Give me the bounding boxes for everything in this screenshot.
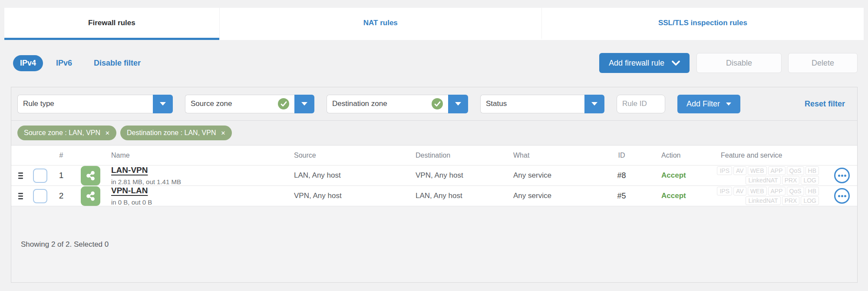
filter-dropdown-value[interactable]: Status <box>480 95 584 113</box>
feature-badges: IPSAVWEBAPPQoSHB LinkedNATPRXLOG <box>696 186 827 206</box>
reset-filter-link[interactable]: Reset filter <box>805 99 845 109</box>
feature-badge: AV <box>733 166 746 175</box>
filter-dropdown-status[interactable]: Status <box>480 95 604 113</box>
tab-firewall-rules[interactable]: Firewall rules <box>4 8 219 40</box>
tab-bar: Firewall rules NAT rules SSL/TLS inspect… <box>4 8 864 40</box>
rule-id: #8 <box>597 171 647 180</box>
rule-action: Accept <box>647 171 696 180</box>
share-icon[interactable] <box>81 166 100 185</box>
rule-destination: LAN, Any host <box>412 192 510 200</box>
rule-name-cell: VPN-LAN in 0 B, out 0 B <box>100 186 290 206</box>
header-feature-and-service: Feature and service <box>696 152 827 159</box>
row-menu-cell <box>827 168 857 183</box>
feature-badge: QoS <box>787 187 804 195</box>
feature-badges-line-1: IPSAVWEBAPPQoSHB <box>696 187 819 195</box>
feature-badges-line-1: IPSAVWEBAPPQoSHB <box>696 166 819 175</box>
add-filter-label: Add Filter <box>686 99 720 109</box>
ipv6-toggle[interactable]: IPv6 <box>56 59 72 68</box>
share-icon[interactable] <box>81 186 100 206</box>
header-name: Name <box>100 152 290 159</box>
row-number: 1 <box>50 171 72 180</box>
drag-handle[interactable] <box>11 193 30 199</box>
drag-handle-icon <box>18 193 23 199</box>
tab-nat-rules[interactable]: NAT rules <box>219 8 541 40</box>
filter-chip-label: Source zone : LAN, VPN <box>24 129 100 137</box>
rule-name-cell: LAN-VPN in 2.81 MB, out 1.41 MB <box>100 165 290 185</box>
filter-dropdown-rule-type[interactable]: Rule type <box>17 95 173 113</box>
row-number: 2 <box>50 191 72 201</box>
add-firewall-rule-label: Add firewall rule <box>609 59 664 68</box>
rule-id-input[interactable] <box>617 95 665 113</box>
drag-handle[interactable] <box>11 172 30 179</box>
feature-badges-line-2: LinkedNATPRXLOG <box>696 196 819 205</box>
rule-name-link[interactable]: LAN-VPN <box>111 165 148 175</box>
feature-badge: HB <box>805 166 819 175</box>
row-icon-cell <box>72 166 100 185</box>
table-row: 1 LAN-VPN in 2.81 MB, out 1.41 MB LAN, A… <box>11 165 857 186</box>
caret-down-icon <box>301 102 307 106</box>
showing-summary: Showing 2 of 2. Selected 0 <box>21 240 109 249</box>
feature-badge: PRX <box>782 176 800 185</box>
header-id: ID <box>597 152 647 159</box>
firewall-rules-panel: Rule type Source zone Destination zone <box>11 87 858 283</box>
header-action: Action <box>647 152 696 159</box>
filter-dropdown-button[interactable] <box>294 95 314 113</box>
filter-dropdown-button[interactable] <box>448 95 468 113</box>
row-checkbox[interactable] <box>33 189 47 203</box>
feature-badge: LOG <box>801 196 819 205</box>
filter-dropdown-label: Destination zone <box>332 99 428 108</box>
chevron-down-icon <box>672 60 680 66</box>
add-filter-button[interactable]: Add Filter <box>677 95 740 113</box>
disable-button[interactable]: Disable <box>696 53 782 73</box>
filter-chip: Destination zone : LAN, VPN ✕ <box>120 126 232 140</box>
rule-name-link[interactable]: VPN-LAN <box>111 186 148 195</box>
feature-badge: IPS <box>717 187 732 195</box>
header-number: # <box>50 152 72 159</box>
feature-badge: QoS <box>787 166 804 175</box>
rule-source: VPN, Any host <box>290 192 412 200</box>
row-menu-cell <box>827 188 857 204</box>
feature-badge: LinkedNAT <box>746 176 780 185</box>
filter-chip-label: Destination zone : LAN, VPN <box>127 129 216 137</box>
active-filter-chips: Source zone : LAN, VPN ✕ Destination zon… <box>11 121 857 146</box>
feature-badge: WEB <box>748 187 767 195</box>
more-options-icon[interactable] <box>834 168 850 183</box>
rule-what: Any service <box>510 192 597 200</box>
more-options-icon[interactable] <box>834 188 850 204</box>
row-checkbox-cell <box>30 189 50 203</box>
filter-dropdown-label: Rule type <box>23 99 148 108</box>
caret-down-icon <box>726 103 731 106</box>
feature-badge: HB <box>805 187 819 195</box>
delete-button[interactable]: Delete <box>788 53 858 73</box>
table-row: 2 VPN-LAN in 0 B, out 0 B VPN, Any host … <box>11 186 857 206</box>
close-icon[interactable]: ✕ <box>221 130 225 136</box>
row-checkbox[interactable] <box>33 169 47 183</box>
feature-badge: LOG <box>801 176 819 185</box>
ipv4-toggle[interactable]: IPv4 <box>13 55 43 71</box>
feature-badges-line-2: LinkedNATPRXLOG <box>696 176 819 185</box>
tab-ssl-tls-inspection-rules[interactable]: SSL/TLS inspection rules <box>541 8 864 40</box>
feature-badge: WEB <box>748 166 767 175</box>
feature-badges: IPSAVWEBAPPQoSHB LinkedNATPRXLOG <box>696 165 827 185</box>
filter-dropdown-destination-zone[interactable]: Destination zone <box>327 95 468 113</box>
filter-dropdown-value[interactable]: Source zone <box>185 95 294 113</box>
disable-filter-link[interactable]: Disable filter <box>94 59 141 68</box>
filter-dropdown-button[interactable] <box>584 95 604 113</box>
filter-dropdown-label: Status <box>486 99 579 108</box>
filter-dropdown-button[interactable] <box>153 95 173 113</box>
rule-action: Accept <box>647 192 696 200</box>
table-header-row: # Name Source Destination What ID Action… <box>11 146 857 165</box>
filter-dropdown-value[interactable]: Rule type <box>17 95 153 113</box>
filter-dropdown-value[interactable]: Destination zone <box>327 95 448 113</box>
check-circle-icon <box>278 98 289 109</box>
caret-down-icon <box>455 102 461 106</box>
filter-chip: Source zone : LAN, VPN ✕ <box>17 126 116 140</box>
table-body: 1 LAN-VPN in 2.81 MB, out 1.41 MB LAN, A… <box>11 165 857 206</box>
close-icon[interactable]: ✕ <box>105 130 110 136</box>
toolbar: IPv4 IPv6 Disable filter Add firewall ru… <box>13 52 858 74</box>
row-checkbox-cell <box>30 169 50 183</box>
add-firewall-rule-button[interactable]: Add firewall rule <box>599 53 690 73</box>
feature-badge: IPS <box>717 166 732 175</box>
filter-dropdown-source-zone[interactable]: Source zone <box>185 95 314 113</box>
row-icon-cell <box>72 186 100 206</box>
